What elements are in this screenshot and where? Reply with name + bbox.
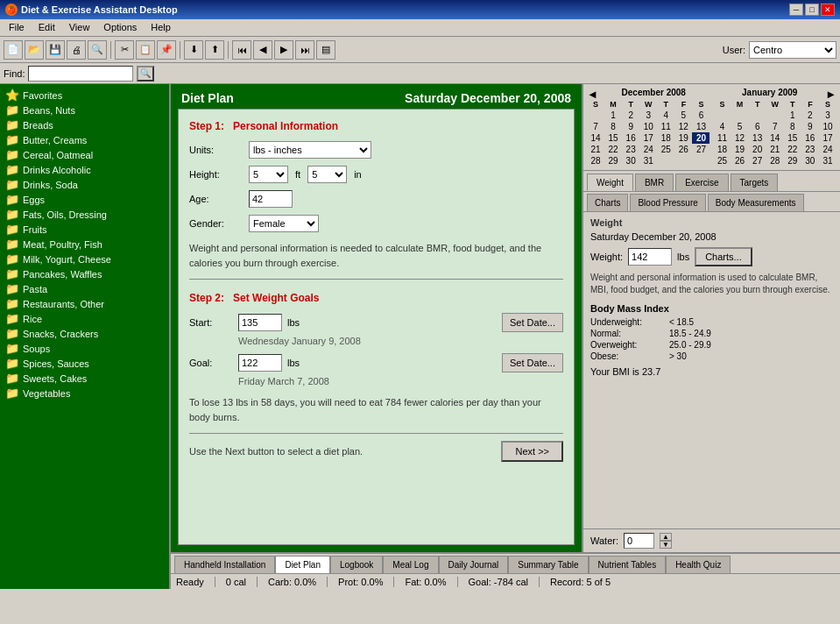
- toolbar-new[interactable]: 📄: [4, 40, 23, 60]
- bottom-tabs: Handheld Installation Diet Plan Logbook …: [171, 552, 840, 573]
- menu-file[interactable]: File: [4, 21, 30, 34]
- tab-summary-table[interactable]: Summary Table: [508, 556, 588, 573]
- start-input[interactable]: [238, 314, 282, 331]
- tab-nutrient-tables[interactable]: Nutrient Tables: [589, 556, 667, 573]
- sidebar-item-vegetables[interactable]: 📁 Vegetables: [0, 386, 169, 401]
- folder-icon-pancakes: 📁: [5, 267, 19, 280]
- sidebar-label-rice: Rice: [23, 314, 42, 324]
- water-up-button[interactable]: ▲: [660, 533, 672, 541]
- height-ft-select[interactable]: 546: [249, 166, 288, 183]
- toolbar-preview[interactable]: 🔍: [88, 40, 107, 60]
- weight-group-title: Weight: [590, 217, 833, 228]
- sidebar-item-butter[interactable]: 📁 Butter, Creams: [0, 132, 169, 147]
- tab-exercise[interactable]: Exercise: [675, 174, 728, 191]
- info-panel: ◄ December 2008 S M T W T F: [582, 84, 840, 552]
- tab-charts[interactable]: Charts: [587, 194, 628, 211]
- tab-weight[interactable]: Weight: [587, 174, 633, 191]
- tab-health-quiz[interactable]: Health Quiz: [666, 556, 731, 573]
- toolbar-copy[interactable]: 📋: [136, 40, 155, 60]
- maximize-button[interactable]: □: [805, 4, 819, 16]
- toolbar-open[interactable]: 📂: [25, 40, 44, 60]
- find-go-button[interactable]: 🔍: [137, 66, 154, 82]
- calendar-today[interactable]: 20: [692, 132, 709, 144]
- sidebar-item-restaurants[interactable]: 📁 Restaurants, Other: [0, 296, 169, 311]
- toolbar-cut[interactable]: ✂: [115, 40, 134, 60]
- cal-dec-grid: S M T W T F S 1 2 3: [587, 99, 710, 167]
- weight-panel: Weight Saturday December 20, 2008 Weight…: [583, 212, 840, 528]
- toolbar-paste[interactable]: 📌: [157, 40, 176, 60]
- status-bar: Ready 0 cal Carb: 0.0% Prot: 0.0% Fat: 0…: [171, 573, 840, 589]
- sidebar-item-eggs[interactable]: 📁 Eggs: [0, 192, 169, 207]
- goal-set-date-button[interactable]: Set Date...: [502, 353, 563, 372]
- menu-options[interactable]: Options: [98, 21, 142, 34]
- sidebar-item-drinks-alc[interactable]: 📁 Drinks Alcoholic: [0, 162, 169, 177]
- bmi-obese: Obese: > 30: [590, 351, 833, 361]
- gender-select[interactable]: Female Male: [249, 215, 319, 232]
- minimize-button[interactable]: ─: [789, 4, 803, 16]
- menu-edit[interactable]: Edit: [33, 21, 60, 34]
- water-label: Water:: [590, 535, 618, 546]
- sidebar-item-breads[interactable]: 📁 Breads: [0, 117, 169, 132]
- sidebar-item-favorites[interactable]: ⭐ Favorites: [0, 88, 169, 103]
- diet-plan-header: Diet Plan Saturday December 20, 2008: [171, 84, 582, 109]
- toolbar-prev[interactable]: ◀: [253, 40, 272, 60]
- sidebar-item-cereal[interactable]: 📁 Cereal, Oatmeal: [0, 147, 169, 162]
- tab-targets[interactable]: Targets: [731, 174, 779, 191]
- sidebar-item-milk[interactable]: 📁 Milk, Yogurt, Cheese: [0, 252, 169, 266]
- water-input[interactable]: [624, 533, 654, 549]
- user-dropdown[interactable]: Centro Admin Guest: [749, 41, 836, 59]
- sidebar-item-snacks[interactable]: 📁 Snacks, Crackers: [0, 326, 169, 341]
- toolbar-btn1[interactable]: ⬇: [184, 40, 203, 60]
- toolbar-save[interactable]: 💾: [46, 40, 65, 60]
- sidebar-item-meat[interactable]: 📁 Meat, Poultry, Fish: [0, 237, 169, 252]
- toolbar-btn2[interactable]: ⬆: [205, 40, 224, 60]
- sidebar-item-fats[interactable]: 📁 Fats, Oils, Dressing: [0, 207, 169, 222]
- tab-daily-journal[interactable]: Daily Journal: [439, 556, 509, 573]
- sidebar-item-spices[interactable]: 📁 Spices, Sauces: [0, 356, 169, 371]
- water-down-button[interactable]: ▼: [660, 541, 672, 549]
- toolbar-print[interactable]: 🖨: [67, 40, 86, 60]
- close-button[interactable]: ✕: [821, 4, 835, 16]
- find-input[interactable]: [28, 66, 133, 82]
- tab-logbook[interactable]: Logbook: [330, 556, 383, 573]
- units-select[interactable]: lbs - inches kg - cm: [249, 141, 371, 159]
- next-button[interactable]: Next >>: [501, 441, 563, 462]
- age-input[interactable]: [249, 190, 293, 208]
- toolbar-last[interactable]: ⏭: [295, 40, 314, 60]
- sidebar-item-drinks-soda[interactable]: 📁 Drinks, Soda: [0, 177, 169, 192]
- weight-input[interactable]: [628, 248, 672, 266]
- tab-diet-plan[interactable]: Diet Plan: [275, 556, 330, 573]
- menu-help[interactable]: Help: [145, 21, 176, 34]
- tab-body-measurements[interactable]: Body Measurements: [708, 194, 804, 211]
- sidebar-item-pasta[interactable]: 📁 Pasta: [0, 281, 169, 296]
- cal-next-button[interactable]: ►: [825, 88, 836, 101]
- tab-handheld[interactable]: Handheld Installation: [174, 556, 275, 573]
- folder-icon-sweets: 📁: [5, 372, 19, 385]
- sidebar-item-beans[interactable]: 📁 Beans, Nuts: [0, 103, 169, 117]
- sidebar-item-fruits[interactable]: 📁 Fruits: [0, 222, 169, 237]
- charts-button[interactable]: Charts...: [695, 247, 752, 266]
- sidebar-item-soups[interactable]: 📁 Soups: [0, 341, 169, 356]
- toolbar-next[interactable]: ▶: [274, 40, 293, 60]
- status-fat: Fat: 0.0%: [405, 577, 457, 587]
- tab-meal-log[interactable]: Meal Log: [383, 556, 438, 573]
- toolbar-extra[interactable]: ▤: [316, 40, 335, 60]
- sidebar-item-rice[interactable]: 📁 Rice: [0, 311, 169, 326]
- height-in-select[interactable]: 50123467891011: [307, 166, 347, 183]
- sidebar-item-sweets[interactable]: 📁 Sweets, Cakes: [0, 371, 169, 386]
- tab-bmr[interactable]: BMR: [635, 174, 674, 191]
- step2-header: Step 2: Set Weight Goals: [189, 292, 563, 304]
- right-panel: Diet Plan Saturday December 20, 2008 Ste…: [171, 84, 840, 589]
- goal-input[interactable]: [238, 354, 282, 372]
- sidebar-label-cereal: Cereal, Oatmeal: [23, 150, 93, 160]
- cal-prev-button[interactable]: ◄: [587, 88, 598, 101]
- units-label: Units:: [189, 145, 242, 155]
- toolbar-first[interactable]: ⏮: [232, 40, 251, 60]
- start-set-date-button[interactable]: Set Date...: [502, 313, 563, 332]
- folder-icon-cereal: 📁: [5, 148, 19, 161]
- menu-view[interactable]: View: [64, 21, 95, 34]
- tab-blood-pressure[interactable]: Blood Pressure: [630, 194, 705, 211]
- bmi-normal: Normal: 18.5 - 24.9: [590, 329, 833, 338]
- sidebar-item-pancakes[interactable]: 📁 Pancakes, Waffles: [0, 266, 169, 281]
- bmi-title: Body Mass Index: [590, 303, 833, 314]
